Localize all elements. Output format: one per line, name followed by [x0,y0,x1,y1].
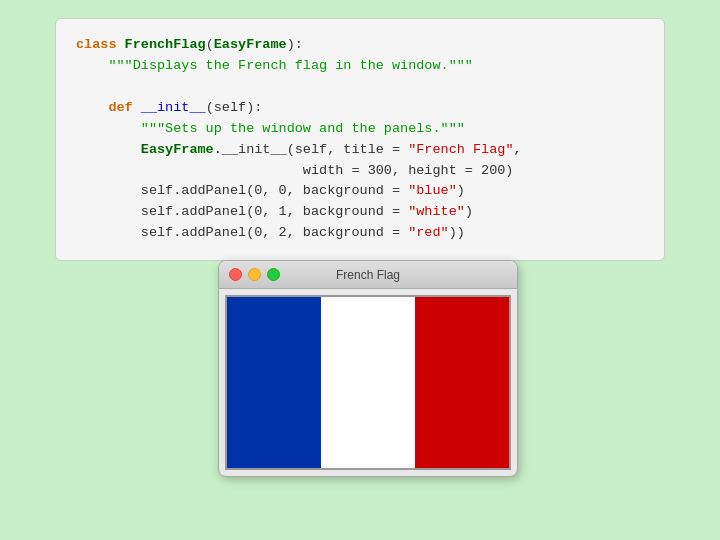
code-line-3 [76,77,644,98]
traffic-lights [229,268,280,281]
code-line-8: self.addPanel(0, 0, background = "blue") [76,181,644,202]
french-flag [225,295,511,470]
window-titlebar: French Flag [219,261,517,289]
flag-panel-white [321,297,415,468]
code-line-1: class FrenchFlag(EasyFrame): [76,35,644,56]
flag-panel-red [415,297,509,468]
code-line-9: self.addPanel(0, 1, background = "white"… [76,202,644,223]
french-flag-window: French Flag [218,260,518,477]
window-title: French Flag [336,268,400,282]
code-line-10: self.addPanel(0, 2, background = "red")) [76,223,644,244]
flag-panel-blue [227,297,321,468]
close-button[interactable] [229,268,242,281]
code-line-6: EasyFrame.__init__(self, title = "French… [76,140,644,161]
code-block: class FrenchFlag(EasyFrame): """Displays… [55,18,665,261]
minimize-button[interactable] [248,268,261,281]
maximize-button[interactable] [267,268,280,281]
code-line-4: def __init__(self): [76,98,644,119]
code-line-7: width = 300, height = 200) [76,161,644,182]
code-line-2: """Displays the French flag in the windo… [76,56,644,77]
code-line-5: """Sets up the window and the panels.""" [76,119,644,140]
